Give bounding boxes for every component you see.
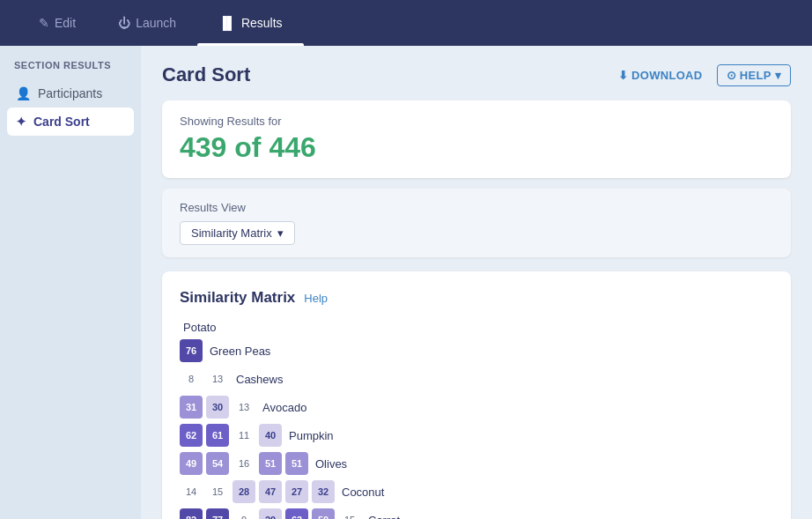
matrix-row: 4954165151Olives: [180, 452, 773, 475]
download-label: DOWNLOAD: [631, 69, 702, 82]
sidebar-section-title: SECTION RESULTS: [7, 60, 134, 79]
matrix-cell: 13: [206, 367, 229, 390]
matrix-cell: 15: [338, 508, 361, 519]
matrix-row-label: Pumpkin: [289, 429, 334, 442]
showing-label: Showing Results for: [180, 115, 773, 128]
sidebar-item-participants[interactable]: 👤 Participants: [7, 79, 134, 108]
results-view-dropdown[interactable]: Similarity Matrix ▾: [180, 221, 295, 245]
matrix-row-label: Coconut: [342, 486, 384, 499]
matrix-row-label: Avocado: [262, 401, 306, 414]
help-circle-icon: ⊙: [727, 69, 736, 82]
matrix-row: 313013Avocado: [180, 396, 773, 419]
matrix-cell: 16: [233, 452, 255, 475]
matrix-row: 141528472732Coconut: [180, 480, 773, 503]
nav-edit[interactable]: ✎ Edit: [18, 0, 97, 46]
matrix-cell: 63: [285, 508, 308, 519]
matrix-cell: 62: [180, 424, 203, 447]
matrix-row-label: Green Peas: [210, 345, 270, 358]
launch-icon: ⏻: [118, 16, 130, 30]
matrix-cell: 76: [180, 339, 203, 362]
main-layout: SECTION RESULTS 👤 Participants ✦ Card So…: [0, 46, 812, 519]
matrix-row: 62611140Pumpkin: [180, 424, 773, 447]
nav-launch[interactable]: ⏻ Launch: [97, 0, 197, 46]
help-label: HELP: [740, 69, 771, 82]
page-header: Card Sort ⬇ DOWNLOAD ⊙ HELP ▾: [162, 63, 791, 86]
header-actions: ⬇ DOWNLOAD ⊙ HELP ▾: [618, 64, 791, 86]
matrix-cell: 51: [259, 452, 282, 475]
matrix-help-link[interactable]: Help: [304, 292, 328, 305]
matrix-cell: 82: [180, 508, 203, 519]
matrix-cell: 32: [312, 480, 335, 503]
matrix-row-label: Cashews: [236, 373, 283, 386]
matrix-row: 76Green Peas: [180, 339, 773, 362]
matrix-cell: 50: [312, 508, 335, 519]
help-button[interactable]: ⊙ HELP ▾: [717, 64, 792, 86]
matrix-cell: 28: [233, 480, 255, 503]
matrix-cell: 77: [206, 508, 229, 519]
sidebar-item-card-sort-label: Card Sort: [33, 115, 90, 129]
matrix-cell: 49: [180, 452, 203, 475]
matrix-cell: 51: [285, 452, 308, 475]
matrix-row-label: Potato: [183, 321, 217, 334]
matrix-content: Potato76Green Peas813Cashews313013Avocad…: [180, 321, 773, 519]
sidebar-item-participants-label: Participants: [38, 86, 102, 100]
matrix-cell: 40: [259, 424, 282, 447]
sidebar-item-card-sort[interactable]: ✦ Card Sort: [7, 108, 134, 136]
chevron-down-icon: ▾: [775, 69, 781, 82]
matrix-card: Similarity Matrix Help Potato76Green Pea…: [162, 271, 791, 519]
results-icon: ▐▌: [218, 16, 236, 30]
matrix-title: Similarity Matrix: [180, 289, 295, 307]
matrix-cell: 61: [206, 424, 229, 447]
matrix-cell: 8: [180, 367, 203, 390]
stats-card: Showing Results for 439 of 446: [162, 100, 791, 178]
page-title: Card Sort: [162, 63, 250, 86]
matrix-row-label: Carrot: [368, 514, 400, 520]
matrix-cell: 9: [233, 508, 255, 519]
matrix-cell: 14: [180, 480, 203, 503]
matrix-row: 813Cashews: [180, 367, 773, 390]
participants-icon: 👤: [16, 86, 31, 100]
nav-launch-label: Launch: [136, 16, 176, 30]
matrix-cell: 27: [285, 480, 308, 503]
nav-results-label: Results: [241, 16, 283, 30]
nav-results[interactable]: ▐▌ Results: [197, 0, 304, 46]
matrix-row-label: Olives: [315, 457, 347, 471]
edit-icon: ✎: [39, 16, 49, 30]
showing-count: 439 of 446: [180, 131, 773, 164]
matrix-cell: 11: [233, 424, 255, 447]
matrix-cell: 31: [180, 396, 203, 419]
matrix-cell: 13: [233, 396, 255, 419]
matrix-header: Similarity Matrix Help: [180, 289, 773, 307]
card-sort-icon: ✦: [16, 115, 26, 129]
matrix-row: 8277929635015Carrot: [180, 508, 773, 519]
dropdown-label: Similarity Matrix: [191, 226, 272, 240]
matrix-cell: 29: [259, 508, 282, 519]
results-view-card: Results View Similarity Matrix ▾: [162, 189, 791, 257]
main-content: Card Sort ⬇ DOWNLOAD ⊙ HELP ▾ Showing Re…: [141, 46, 812, 519]
download-icon: ⬇: [618, 69, 628, 82]
results-view-label: Results View: [180, 201, 773, 214]
nav-edit-label: Edit: [55, 16, 76, 30]
dropdown-arrow-icon: ▾: [277, 226, 284, 240]
download-button[interactable]: ⬇ DOWNLOAD: [618, 69, 703, 82]
matrix-cell: 15: [206, 480, 229, 503]
matrix-cell: 30: [206, 396, 229, 419]
top-navigation: ✎ Edit ⏻ Launch ▐▌ Results: [0, 0, 812, 46]
sidebar: SECTION RESULTS 👤 Participants ✦ Card So…: [0, 46, 141, 519]
matrix-cell: 47: [259, 480, 282, 503]
matrix-row: Potato: [180, 321, 773, 334]
matrix-cell: 54: [206, 452, 229, 475]
